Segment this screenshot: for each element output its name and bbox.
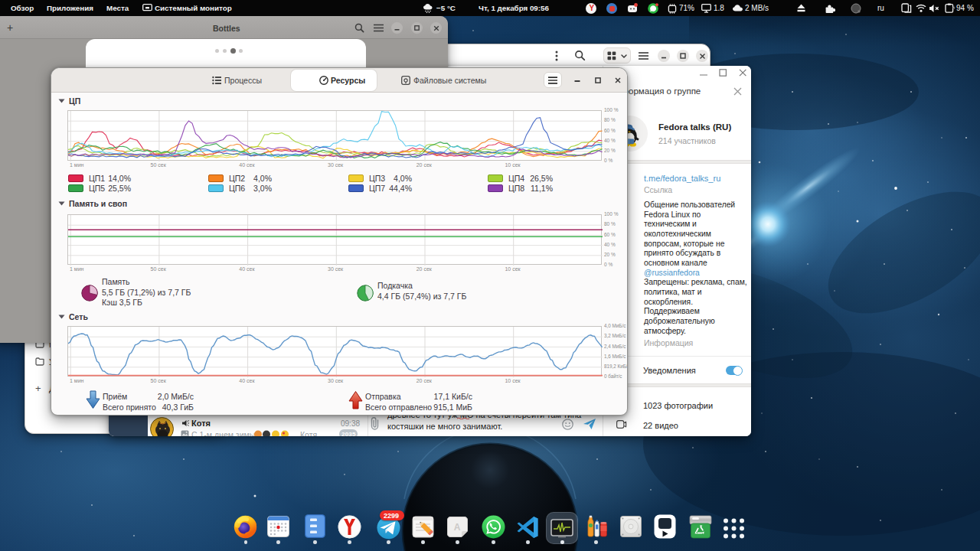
svg-text:A: A bbox=[454, 522, 461, 533]
